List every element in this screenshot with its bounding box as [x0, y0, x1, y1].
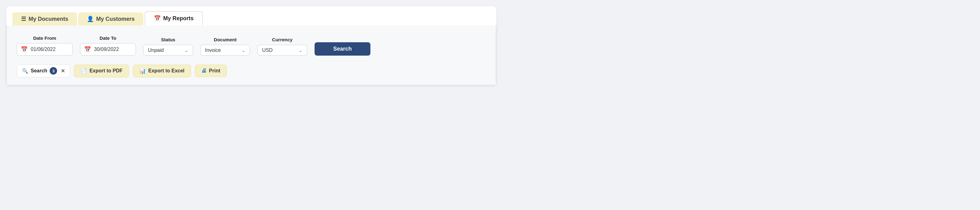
- pdf-icon: 📄: [80, 68, 87, 74]
- search-results-label: Search: [31, 68, 47, 74]
- search-count-badge: 3: [49, 67, 57, 75]
- tab-my-reports-label: My Reports: [163, 15, 194, 22]
- print-button[interactable]: 🖨 Print: [195, 65, 227, 77]
- tab-my-customers-label: My Customers: [96, 16, 135, 22]
- currency-chevron-icon: ⌄: [299, 48, 302, 53]
- export-excel-button[interactable]: 📊 Export to Excel: [133, 65, 191, 77]
- search-button[interactable]: Search: [315, 42, 371, 56]
- main-container: ☰ My Documents 👤 My Customers 📅 My Repor…: [6, 6, 496, 85]
- date-to-label: Date To: [80, 35, 136, 41]
- search-magnifier-icon: 🔍: [22, 68, 28, 74]
- status-select-wrap: Unpaid All Paid Overdue ⌄: [143, 45, 193, 56]
- calendar-from-icon: 📅: [21, 46, 28, 53]
- date-to-input-wrap: 📅: [80, 43, 136, 56]
- currency-select[interactable]: USD EUR GBP AUD: [262, 48, 296, 53]
- print-icon: 🖨: [201, 68, 207, 74]
- action-row: 🔍 Search 3 ✕ 📄 Export to PDF 📊 Export to…: [17, 64, 486, 77]
- customers-icon: 👤: [87, 16, 94, 22]
- date-to-input[interactable]: [94, 46, 128, 52]
- date-from-input[interactable]: [31, 46, 65, 52]
- status-label: Status: [143, 37, 193, 42]
- excel-icon: 📊: [139, 68, 146, 74]
- tab-my-reports[interactable]: 📅 My Reports: [145, 11, 203, 26]
- search-results-wrap: 🔍 Search 3 ✕: [17, 64, 70, 77]
- tab-my-documents[interactable]: ☰ My Documents: [13, 13, 77, 26]
- tab-my-documents-label: My Documents: [29, 16, 68, 22]
- date-from-group: Date From 📅: [17, 35, 73, 56]
- calendar-to-icon: 📅: [84, 46, 91, 53]
- status-chevron-icon: ⌄: [185, 48, 188, 53]
- currency-label: Currency: [258, 37, 307, 42]
- status-select[interactable]: Unpaid All Paid Overdue: [148, 48, 182, 53]
- document-select-wrap: Invoice All Quote Credit Note ⌄: [200, 45, 250, 56]
- content-area: Date From 📅 Date To 📅 Status U: [6, 26, 496, 85]
- date-from-label: Date From: [17, 35, 73, 41]
- tab-bar: ☰ My Documents 👤 My Customers 📅 My Repor…: [6, 6, 496, 26]
- document-select[interactable]: Invoice All Quote Credit Note: [205, 48, 239, 53]
- documents-icon: ☰: [21, 16, 26, 22]
- export-pdf-label: Export to PDF: [89, 68, 123, 74]
- date-to-group: Date To 📅: [80, 35, 136, 56]
- reports-icon: 📅: [154, 15, 161, 22]
- date-from-input-wrap: 📅: [17, 43, 73, 56]
- export-excel-label: Export to Excel: [148, 68, 184, 74]
- document-chevron-icon: ⌄: [242, 48, 245, 53]
- tab-my-customers[interactable]: 👤 My Customers: [78, 13, 143, 26]
- currency-group: Currency USD EUR GBP AUD ⌄: [258, 37, 307, 56]
- document-label: Document: [200, 37, 250, 42]
- document-group: Document Invoice All Quote Credit Note ⌄: [200, 37, 250, 56]
- filter-row: Date From 📅 Date To 📅 Status U: [17, 35, 486, 56]
- print-label: Print: [209, 68, 220, 74]
- close-search-icon[interactable]: ✕: [61, 68, 65, 74]
- currency-select-wrap: USD EUR GBP AUD ⌄: [258, 45, 307, 56]
- status-group: Status Unpaid All Paid Overdue ⌄: [143, 37, 193, 56]
- export-pdf-button[interactable]: 📄 Export to PDF: [74, 65, 129, 77]
